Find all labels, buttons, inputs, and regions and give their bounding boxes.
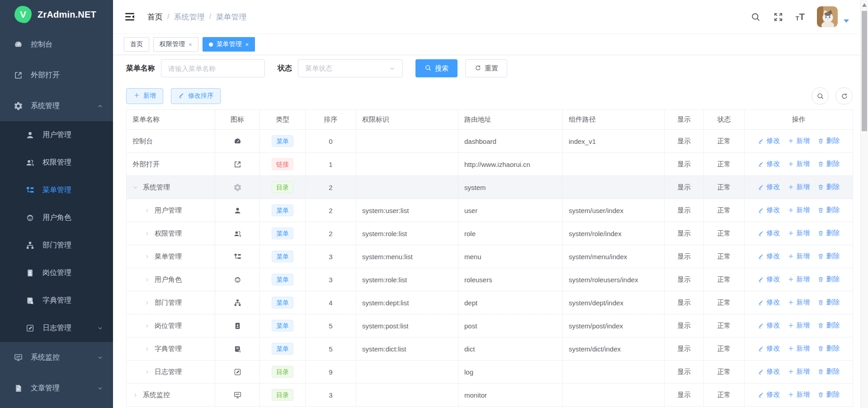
sidebar-item-部门管理[interactable]: 部门管理 (0, 232, 113, 259)
edit-row-button[interactable]: 修改 (758, 252, 780, 261)
chevron-down-icon (389, 65, 396, 72)
refresh-table-button[interactable] (835, 87, 853, 104)
row-expand-icon[interactable] (144, 277, 150, 283)
pencil-icon (758, 184, 764, 190)
delete-row-button[interactable]: 删除 (817, 183, 840, 191)
edit-row-button[interactable]: 修改 (758, 344, 780, 353)
row-expand-icon[interactable] (132, 185, 138, 190)
add-row-button[interactable]: 新增 (788, 367, 810, 376)
show-search-button[interactable] (811, 87, 829, 104)
sidebar-item-外部打开[interactable]: 外部打开 (0, 60, 113, 90)
search-button[interactable]: 搜索 (415, 59, 458, 77)
gear-icon (14, 101, 23, 111)
sidebar-item-权限管理[interactable]: 权限管理 (0, 149, 113, 176)
row-expand-icon[interactable] (144, 300, 150, 306)
edit-row-button[interactable]: 修改 (758, 206, 780, 214)
row-expand-icon[interactable] (144, 231, 150, 237)
sidebar-item-控制台[interactable]: 控制台 (0, 29, 113, 60)
dashboard-icon (233, 137, 242, 146)
edit-row-button[interactable]: 修改 (758, 137, 780, 145)
vertical-scrollbar[interactable] (860, 0, 868, 408)
sidebar-item-字典管理[interactable]: 字典管理 (0, 287, 113, 314)
cell-sort: 1 (306, 153, 356, 176)
font-size-icon[interactable]: TT (796, 12, 805, 21)
sidebar-item-日志管理[interactable]: 日志管理 (0, 314, 113, 342)
delete-row-button[interactable]: 删除 (817, 367, 840, 376)
add-row-button[interactable]: 新增 (788, 275, 810, 284)
delete-row-button[interactable]: 删除 (817, 321, 840, 330)
add-button[interactable]: 新增 (126, 88, 163, 104)
delete-row-button[interactable]: 删除 (817, 229, 840, 237)
edit-row-button[interactable]: 修改 (758, 160, 780, 168)
row-expand-icon[interactable] (144, 369, 150, 375)
delete-row-button[interactable]: 删除 (817, 298, 840, 307)
main-area: 首页/系统管理/菜单管理 TT 首页权限管理×菜单管理× 菜单名称 状态 菜单状… (113, 0, 860, 408)
plus-icon (788, 368, 794, 375)
row-expand-icon[interactable] (144, 346, 150, 352)
reset-button[interactable]: 重置 (465, 59, 507, 77)
sidebar-item-系统管理[interactable]: 系统管理 (0, 90, 113, 121)
breadcrumb-item[interactable]: 首页 (147, 12, 163, 22)
sidebar-item-文章管理[interactable]: 文章管理 (0, 373, 113, 403)
dashboard-icon (14, 40, 23, 49)
search-icon[interactable] (750, 12, 761, 22)
log-edit-icon (233, 368, 242, 376)
cell-type: 菜单 (260, 337, 306, 361)
avatar-caret-icon[interactable] (844, 19, 849, 23)
add-row-button[interactable]: 新增 (788, 206, 810, 214)
tab-close-icon[interactable]: × (189, 41, 192, 48)
edit-row-button[interactable]: 修改 (758, 367, 780, 376)
add-row-button[interactable]: 新增 (788, 298, 810, 307)
sidebar-fold-icon[interactable] (124, 11, 136, 23)
fullscreen-icon[interactable] (773, 12, 783, 22)
menu-name-text: 岗位管理 (155, 322, 182, 330)
scroll-up-icon[interactable] (862, 3, 867, 7)
delete-row-button[interactable]: 删除 (817, 344, 840, 353)
avatar[interactable] (817, 6, 838, 27)
edit-row-button[interactable]: 修改 (758, 229, 780, 237)
edit-row-button[interactable]: 修改 (758, 321, 780, 330)
row-expand-icon[interactable] (144, 323, 150, 329)
scrollbar-thumb[interactable] (862, 11, 867, 131)
delete-row-button[interactable]: 删除 (817, 275, 840, 284)
type-tag: 目录 (272, 389, 293, 401)
add-row-button[interactable]: 新增 (788, 183, 810, 191)
cell-visible: 显示 (665, 245, 704, 268)
edit-sort-button[interactable]: 修改排序 (171, 88, 221, 104)
cell-menu-name: 部门管理 (127, 291, 215, 314)
breadcrumb-item[interactable]: 系统管理 (174, 12, 205, 22)
sidebar-item-用户角色[interactable]: 用户角色 (0, 204, 113, 232)
tab-close-icon[interactable]: × (245, 41, 249, 48)
plus-icon (788, 276, 794, 283)
sidebar-item-用户管理[interactable]: 用户管理 (0, 121, 113, 149)
delete-row-button[interactable]: 删除 (817, 252, 840, 261)
add-row-button[interactable]: 新增 (788, 137, 810, 145)
edit-row-button[interactable]: 修改 (758, 298, 780, 307)
delete-row-button[interactable]: 删除 (817, 206, 840, 214)
add-row-button[interactable]: 新增 (788, 252, 810, 261)
delete-row-button[interactable]: 删除 (817, 137, 840, 145)
row-expand-icon[interactable] (132, 392, 138, 398)
sidebar-item-岗位管理[interactable]: 岗位管理 (0, 259, 113, 287)
tab-菜单管理[interactable]: 菜单管理× (203, 37, 255, 52)
delete-row-button[interactable]: 删除 (817, 160, 840, 168)
tab-权限管理[interactable]: 权限管理× (153, 37, 198, 52)
status-select[interactable]: 菜单状态 (298, 59, 403, 77)
edit-row-button[interactable]: 修改 (758, 390, 780, 399)
sidebar-item-菜单管理[interactable]: 菜单管理 (0, 176, 113, 204)
add-row-button[interactable]: 新增 (788, 321, 810, 330)
cell-path: role (458, 222, 563, 245)
add-row-button[interactable]: 新增 (788, 344, 810, 353)
delete-row-button[interactable]: 删除 (817, 390, 840, 399)
row-expand-icon[interactable] (144, 254, 150, 260)
tab-首页[interactable]: 首页 (124, 37, 149, 52)
cell-icon (215, 337, 260, 361)
add-row-button[interactable]: 新增 (788, 390, 810, 399)
add-row-button[interactable]: 新增 (788, 160, 810, 168)
sidebar-item-系统监控[interactable]: 系统监控 (0, 342, 113, 373)
menu-name-input[interactable] (161, 59, 265, 77)
edit-row-button[interactable]: 修改 (758, 275, 780, 284)
row-expand-icon[interactable] (144, 208, 150, 213)
edit-row-button[interactable]: 修改 (758, 183, 780, 191)
add-row-button[interactable]: 新增 (788, 229, 810, 237)
